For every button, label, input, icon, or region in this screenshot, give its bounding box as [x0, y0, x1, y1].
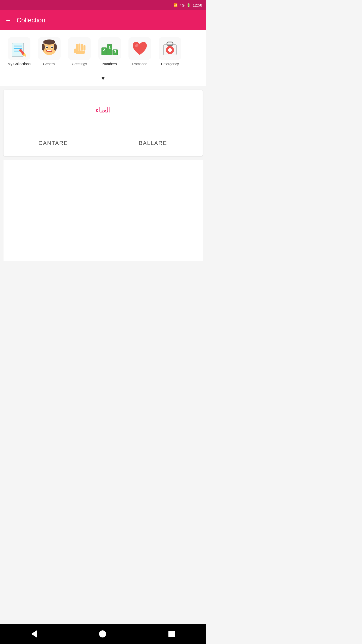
category-item-my-collections[interactable]: My Collections — [4, 36, 34, 67]
signal-label: 4G — [179, 3, 185, 7]
category-row: My Collections — [4, 36, 202, 67]
numbers-icon: 2 1 3 — [98, 37, 121, 60]
svg-point-16 — [45, 49, 46, 50]
flashcard-section: الغناء CANTARE BALLARE — [4, 90, 203, 156]
back-button[interactable]: ← — [5, 17, 12, 23]
svg-rect-25 — [74, 49, 76, 53]
svg-point-17 — [53, 49, 54, 50]
status-bar: 📶 4G 🔋 12:58 — [0, 0, 206, 10]
app-bar: ← Collection — [0, 10, 206, 30]
flashcard-answers: CANTARE BALLARE — [4, 130, 203, 156]
svg-rect-22 — [81, 44, 83, 51]
svg-point-14 — [46, 47, 48, 48]
svg-point-15 — [51, 47, 53, 48]
svg-text:2: 2 — [103, 48, 105, 52]
svg-point-10 — [42, 44, 45, 51]
category-item-romance[interactable]: Romance — [125, 36, 155, 67]
page-title: Collection — [17, 16, 45, 24]
svg-rect-24 — [75, 51, 85, 54]
category-label-emergency: Emergency — [161, 62, 179, 66]
greetings-icon — [68, 37, 91, 60]
romance-icon — [128, 37, 151, 60]
svg-rect-0 — [12, 43, 24, 57]
time-label: 12:58 — [193, 3, 202, 7]
category-item-emergency[interactable]: Emergency — [155, 36, 185, 67]
category-label-numbers: Numbers — [103, 62, 117, 66]
category-label-my-collections: My Collections — [8, 62, 30, 66]
chevron-section: ▾ — [0, 71, 206, 86]
category-section: My Collections — [0, 30, 206, 71]
chevron-down-icon[interactable]: ▾ — [102, 75, 105, 82]
my-collections-icon — [8, 37, 30, 60]
category-item-numbers[interactable]: 2 1 3 Numbers — [95, 36, 125, 67]
category-label-general: General — [43, 62, 56, 66]
svg-text:1: 1 — [109, 45, 111, 49]
category-item-general[interactable]: General — [34, 36, 64, 67]
flashcard-question: الغناء — [4, 90, 203, 130]
battery-icon: 🔋 — [187, 3, 191, 7]
svg-text:3: 3 — [114, 49, 116, 53]
svg-point-11 — [54, 44, 57, 51]
content-area — [4, 160, 203, 261]
svg-rect-37 — [168, 49, 172, 51]
signal-icon: 📶 — [173, 3, 177, 7]
svg-rect-19 — [47, 50, 52, 51]
emergency-icon — [159, 37, 181, 60]
category-item-greetings[interactable]: Greetings — [64, 36, 95, 67]
svg-rect-20 — [78, 44, 80, 51]
flashcard-answer-1[interactable]: CANTARE — [4, 130, 103, 156]
svg-rect-23 — [83, 45, 85, 51]
flashcard-answer-2[interactable]: BALLARE — [103, 130, 203, 156]
flashcard-question-text: الغناء — [96, 106, 111, 114]
category-label-greetings: Greetings — [72, 62, 87, 66]
svg-point-9 — [43, 39, 55, 45]
category-label-romance: Romance — [132, 62, 147, 66]
general-icon — [38, 37, 61, 60]
